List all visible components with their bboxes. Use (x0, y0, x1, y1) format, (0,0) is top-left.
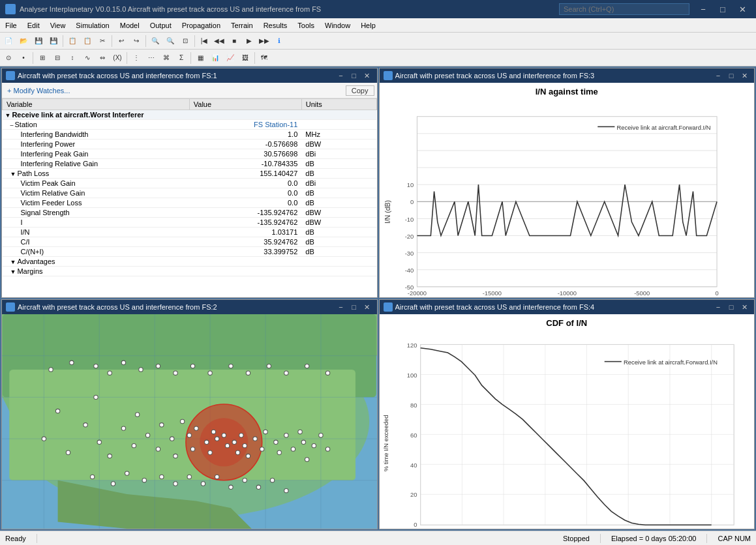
svg-point-103 (284, 488, 288, 492)
panel-2-minimize[interactable]: − (712, 70, 724, 81)
svg-text:60: 60 (410, 432, 416, 439)
menu-view[interactable]: View (45, 18, 71, 32)
tb-play-back[interactable]: ◀◀ (212, 34, 226, 48)
tb2-x[interactable]: (X) (110, 51, 125, 65)
panel-4-title: Aircraft with preset track across US and… (395, 303, 713, 311)
table-row: Signal Strength-135.924762dBW (3, 208, 377, 218)
tb2-grid[interactable]: ⊞ (35, 51, 50, 65)
menu-simulation[interactable]: Simulation (70, 18, 114, 32)
svg-point-109 (139, 368, 143, 372)
tb-save2[interactable]: 💾 (46, 34, 61, 48)
svg-point-84 (298, 430, 302, 434)
svg-text:-40: -40 (457, 527, 466, 529)
tb2-table[interactable]: ▦ (193, 51, 207, 65)
panel-4-header: Aircraft with preset track across US and… (380, 300, 755, 314)
panel-3-title: Aircraft with preset track across US and… (18, 303, 335, 311)
menu-terrain[interactable]: Terrain (226, 18, 258, 32)
panel-2-maximize[interactable]: □ (725, 70, 737, 81)
svg-point-105 (70, 361, 74, 364)
svg-text:80: 80 (410, 402, 416, 409)
tb2-filter2[interactable]: ⋯ (144, 51, 159, 65)
tb2-arrow[interactable]: ↕ (65, 51, 80, 65)
panel-4-minimize[interactable]: − (712, 302, 724, 312)
tb2-map[interactable]: 🗺 (257, 51, 271, 65)
svg-point-111 (174, 371, 177, 375)
svg-point-101 (256, 485, 260, 489)
tb2-dot[interactable]: • (16, 51, 31, 65)
tb-play-start[interactable]: |◀ (197, 34, 211, 48)
menu-propagation[interactable]: Propagation (177, 18, 226, 32)
tb-info[interactable]: ℹ (272, 34, 286, 48)
tb-play-fast[interactable]: ▶▶ (257, 34, 271, 48)
svg-point-81 (277, 450, 281, 454)
svg-rect-122 (420, 344, 733, 525)
tb2-radio1[interactable]: ⊙ (1, 51, 16, 65)
menu-window[interactable]: Window (320, 18, 355, 32)
panel-1-icon (6, 71, 15, 80)
svg-point-70 (222, 434, 226, 437)
maximize-button[interactable]: □ (714, 3, 731, 16)
svg-point-119 (325, 371, 329, 375)
tb2-filter[interactable]: ⋮ (129, 51, 144, 65)
svg-text:-10: -10 (582, 527, 591, 529)
minimize-button[interactable]: − (695, 3, 712, 16)
menu-file[interactable]: File (0, 18, 22, 32)
close-button[interactable]: ✕ (734, 3, 751, 16)
panel-1-maximize[interactable]: □ (348, 70, 360, 81)
col-units: Units (301, 99, 376, 110)
svg-text:-30: -30 (499, 527, 508, 529)
svg-point-74 (239, 434, 243, 437)
svg-point-88 (319, 434, 323, 437)
copy-button[interactable]: Copy (346, 85, 374, 96)
panel-4-close[interactable]: ✕ (738, 302, 750, 312)
tb-zoom-in[interactable]: 🔍 (148, 34, 162, 48)
svg-text:-50: -50 (416, 527, 425, 529)
variable-table-container[interactable]: Variable Value Units ▼Receive link at ai… (2, 98, 377, 297)
tb2-cmd[interactable]: ⌘ (159, 51, 174, 65)
tb2-sep-4 (254, 52, 255, 64)
menu-edit[interactable]: Edit (22, 18, 45, 32)
svg-point-52 (97, 440, 101, 444)
app-icon (5, 4, 16, 14)
svg-text:I/N (dB): I/N (dB) (384, 200, 391, 224)
tb-redo[interactable]: ↪ (129, 34, 144, 48)
tb2-curve[interactable]: ∿ (80, 51, 95, 65)
svg-point-79 (264, 430, 267, 434)
tb-copy[interactable]: 📋 (65, 34, 80, 48)
panel-3-close[interactable]: ✕ (361, 302, 373, 312)
tb-play[interactable]: ▶ (242, 34, 256, 48)
tb2-grid2[interactable]: ⊟ (50, 51, 65, 65)
panel-3-minimize[interactable]: − (335, 302, 347, 312)
svg-text:0: 0 (626, 527, 629, 529)
panel-1-minimize[interactable]: − (335, 70, 347, 81)
tb2-img[interactable]: 🖼 (238, 51, 252, 65)
tb-paste[interactable]: 📋 (80, 34, 95, 48)
tb2-chart2[interactable]: 📈 (223, 51, 237, 65)
search-input[interactable] (559, 3, 689, 15)
panel-3-maximize[interactable]: □ (348, 302, 360, 312)
menu-results[interactable]: Results (258, 18, 293, 32)
map-display[interactable] (2, 314, 377, 529)
tb-stop-sq[interactable]: ■ (227, 34, 241, 48)
menu-model[interactable]: Model (115, 18, 145, 32)
modify-watches-button[interactable]: + Modify Watches... (5, 85, 73, 96)
panel-4-maximize[interactable]: □ (725, 302, 737, 312)
tb2-sum[interactable]: Σ (174, 51, 189, 65)
svg-text:40: 40 (410, 462, 416, 469)
menu-help[interactable]: Help (355, 18, 381, 32)
tb-cut[interactable]: ✂ (95, 34, 110, 48)
tb-save[interactable]: 💾 (31, 34, 46, 48)
menu-tools[interactable]: Tools (292, 18, 320, 32)
tb-undo[interactable]: ↩ (114, 34, 129, 48)
tb-zoom-fit[interactable]: ⊡ (178, 34, 192, 48)
menu-output[interactable]: Output (145, 18, 177, 32)
panel-2-close[interactable]: ✕ (738, 70, 750, 81)
panel-1-close[interactable]: ✕ (361, 70, 373, 81)
tb2-arrow2[interactable]: ⇔ (95, 51, 110, 65)
panel-3-icon (6, 302, 15, 312)
tb-zoom-out[interactable]: 🔍 (163, 34, 177, 48)
tb2-chart[interactable]: 📊 (208, 51, 222, 65)
table-row: I/N1.03171dB (3, 228, 377, 237)
tb-new[interactable]: 📄 (1, 34, 16, 48)
tb-open[interactable]: 📂 (16, 34, 31, 48)
